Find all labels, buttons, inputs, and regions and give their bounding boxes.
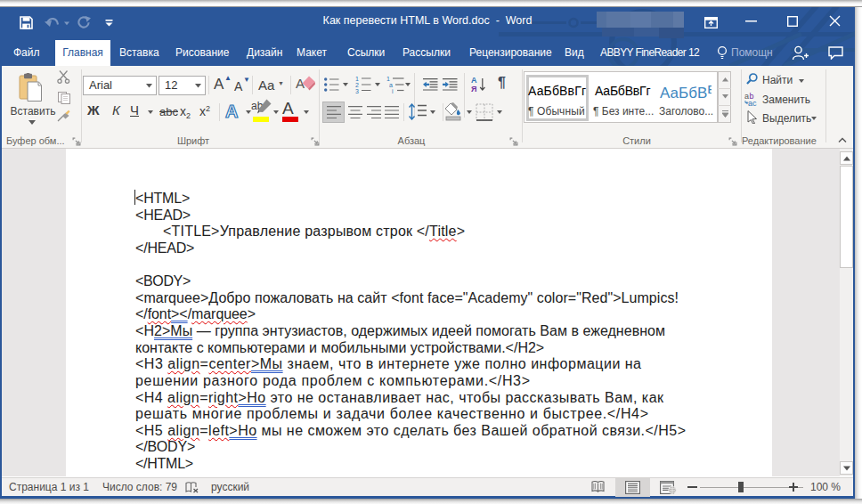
svg-text:А: А <box>471 76 477 85</box>
svg-text:i: i <box>392 88 394 94</box>
svg-text:ac: ac <box>748 99 757 106</box>
svg-text:1: 1 <box>355 76 359 82</box>
svg-text:А: А <box>225 102 238 121</box>
svg-text:3: 3 <box>355 88 359 94</box>
svg-text:Я: Я <box>471 85 476 93</box>
svg-text:1: 1 <box>386 76 390 82</box>
